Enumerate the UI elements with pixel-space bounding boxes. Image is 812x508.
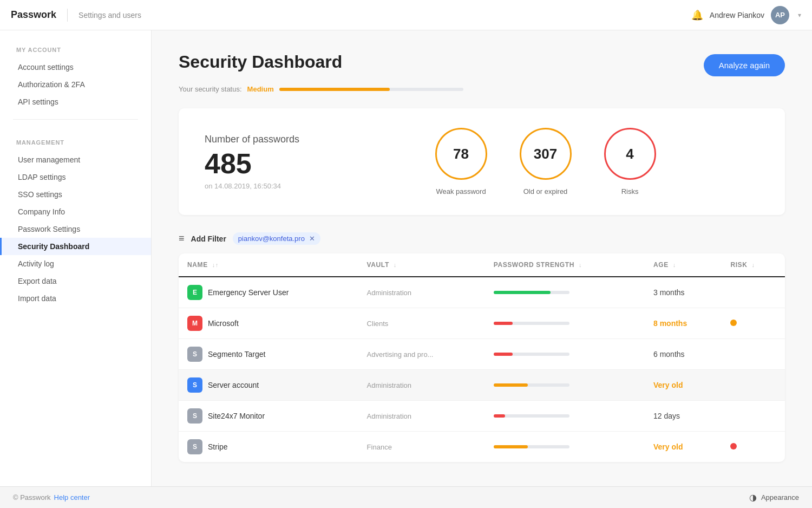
sidebar-item-activity-log[interactable]: Activity log	[0, 255, 151, 272]
add-filter-button[interactable]: Add Filter	[191, 235, 226, 243]
stats-date: on 14.08.2019, 16:50:34	[205, 182, 299, 190]
old-expired-value: 307	[534, 146, 557, 162]
analyze-again-button[interactable]: Analyze again	[704, 54, 785, 76]
entry-icon: S	[187, 377, 202, 393]
strength-bar	[494, 291, 569, 294]
sidebar-item-authorization-2fa[interactable]: Authorization & 2FA	[0, 76, 151, 93]
sidebar-item-security-dashboard[interactable]: Security Dashboard	[0, 238, 151, 255]
col-name[interactable]: NAME ↓↑	[179, 253, 358, 277]
sidebar-item-import-data[interactable]: Import data	[0, 290, 151, 307]
appearance-icon: ◑	[749, 492, 757, 503]
sidebar-item-passwork-settings[interactable]: Passwork Settings	[0, 220, 151, 238]
strength-bar	[494, 353, 569, 356]
stats-circles: 78 Weak password 307 Old or expired 4 Ri…	[332, 128, 759, 196]
main-content: Security Dashboard Analyze again Your se…	[152, 30, 812, 508]
age-value: Very old	[653, 442, 683, 451]
sidebar-item-label: SSO settings	[18, 190, 62, 199]
sidebar-item-api-settings[interactable]: API settings	[0, 93, 151, 110]
risk-dot	[730, 320, 737, 326]
table-row[interactable]: E Emergency Server User Administration 3…	[179, 277, 785, 308]
strength-bar	[494, 322, 569, 325]
table-row[interactable]: S Server account Administration Very old	[179, 370, 785, 401]
entry-icon: S	[187, 408, 202, 424]
strength-bar-fill	[494, 322, 513, 325]
name-cell: S Stripe	[187, 439, 350, 454]
sidebar-item-label: Authorization & 2FA	[18, 80, 85, 89]
sidebar-item-account-settings[interactable]: Account settings	[0, 58, 151, 76]
strength-bar	[494, 445, 569, 448]
filter-icon: ≡	[179, 233, 185, 244]
name-cell: M Microsoft	[187, 316, 350, 331]
security-status-label: Your security status:	[179, 85, 242, 93]
sidebar: MY ACCOUNT Account settings Authorizatio…	[0, 30, 152, 508]
name-cell: S Site24x7 Monitor	[187, 408, 350, 424]
sidebar-item-export-data[interactable]: Export data	[0, 272, 151, 290]
topbar-divider	[67, 9, 68, 22]
sidebar-divider	[13, 119, 138, 120]
entry-name: Stripe	[208, 442, 228, 451]
page-title: Security Dashboard	[179, 52, 342, 72]
entry-name: Segmento Target	[208, 350, 265, 359]
vault-text: Clients	[367, 320, 389, 328]
security-status-bar	[279, 88, 463, 91]
table-row[interactable]: S Segmento Target Advertising and pro...…	[179, 339, 785, 370]
old-expired-label: Old or expired	[523, 187, 568, 196]
col-password-strength[interactable]: PASSWORD STRENGTH ↓	[485, 253, 645, 277]
security-status-bar-fill	[279, 88, 390, 91]
security-status-value: Medium	[247, 85, 274, 93]
sidebar-item-sso-settings[interactable]: SSO settings	[0, 186, 151, 203]
col-age[interactable]: AGE ↓	[645, 253, 722, 277]
risks-value: 4	[626, 146, 633, 162]
vault-text: Administration	[367, 289, 411, 297]
entry-name: Emergency Server User	[208, 288, 289, 297]
weak-password-circle: 78	[435, 128, 487, 180]
appearance-label[interactable]: Appearance	[761, 493, 799, 502]
risks-circle: 4	[604, 128, 656, 180]
sidebar-item-label: Import data	[18, 294, 56, 303]
weak-password-label: Weak password	[436, 187, 486, 196]
notifications-icon[interactable]: 🔔	[691, 9, 703, 21]
old-expired-circle: 307	[520, 128, 572, 180]
copyright-text: © Passwork	[13, 493, 51, 502]
table-row[interactable]: S Site24x7 Monitor Administration 12 day…	[179, 401, 785, 432]
chevron-down-icon[interactable]: ▾	[798, 11, 801, 19]
filter-tag-close-icon[interactable]: ✕	[309, 235, 315, 243]
password-table-container: NAME ↓↑ VAULT ↓ PASSWORD STRENGTH ↓ AG	[179, 253, 785, 462]
sidebar-item-label: Company Info	[18, 207, 65, 216]
stat-weak-password: 78 Weak password	[435, 128, 487, 196]
sidebar-item-label: LDAP settings	[18, 173, 66, 181]
entry-icon: M	[187, 316, 202, 331]
weak-password-value: 78	[453, 146, 469, 162]
sidebar-item-label: API settings	[18, 97, 58, 106]
table-row[interactable]: M Microsoft Clients 8 months	[179, 308, 785, 339]
sidebar-section-management: MANAGEMENT	[0, 139, 151, 146]
avatar[interactable]: AP	[771, 6, 789, 24]
sidebar-section-my-account: MY ACCOUNT	[0, 47, 151, 53]
sidebar-item-company-info[interactable]: Company Info	[0, 203, 151, 220]
filter-row: ≡ Add Filter piankov@konfeta.pro ✕	[179, 232, 785, 245]
strength-bar-fill	[494, 291, 551, 294]
topbar-subtitle: Settings and users	[78, 11, 141, 19]
vault-text: Administration	[367, 381, 411, 389]
age-value: Very old	[653, 381, 683, 389]
col-vault[interactable]: VAULT ↓	[358, 253, 485, 277]
help-center-link[interactable]: Help center	[54, 493, 90, 502]
stats-left: Number of passwords 485 on 14.08.2019, 1…	[205, 134, 299, 190]
sidebar-item-user-management[interactable]: User management	[0, 151, 151, 168]
table-row[interactable]: S Stripe Finance Very old	[179, 432, 785, 463]
filter-tag-value: piankov@konfeta.pro	[238, 235, 305, 243]
sort-risk-icon: ↓	[751, 262, 755, 268]
sidebar-item-label: Activity log	[18, 259, 54, 268]
security-status-row: Your security status: Medium	[179, 85, 785, 93]
user-name: Andrew Piankov	[710, 11, 764, 19]
sidebar-item-label: Security Dashboard	[18, 242, 89, 251]
stat-risks: 4 Risks	[604, 128, 656, 196]
password-table: NAME ↓↑ VAULT ↓ PASSWORD STRENGTH ↓ AG	[179, 253, 785, 462]
sidebar-item-ldap-settings[interactable]: LDAP settings	[0, 168, 151, 186]
strength-bar-fill	[494, 445, 528, 448]
strength-bar-fill	[494, 414, 505, 418]
strength-bar-fill	[494, 383, 528, 387]
bottombar: © Passwork Help center ◑ Appearance	[0, 486, 812, 508]
strength-bar-fill	[494, 353, 513, 356]
col-risk[interactable]: RISK ↓	[722, 253, 785, 277]
